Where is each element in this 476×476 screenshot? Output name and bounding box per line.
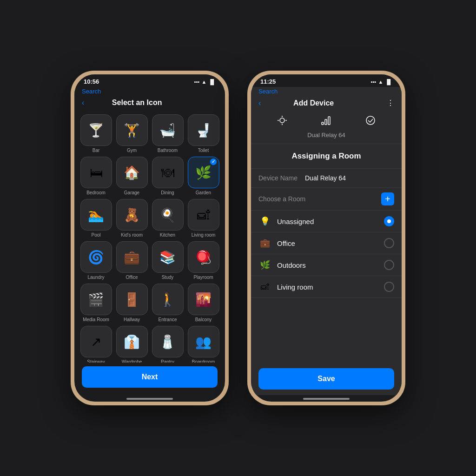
icon-box-entrance: 🚶 — [152, 284, 184, 315]
icon-item-livingroom[interactable]: 🛋Living room — [187, 199, 219, 238]
icon-item-playroom[interactable]: 🪀Playroom — [187, 241, 219, 280]
icon-item-office[interactable]: 💼Office — [116, 241, 148, 280]
scene: 10:56 ▪▪▪ ▲ ▐▌ Search ‹ Select an Icon — [0, 0, 476, 476]
icon-label-livingroom: Living room — [192, 232, 216, 238]
battery-icon: ▐▌ — [208, 79, 216, 85]
signal-bars-icon — [321, 115, 332, 126]
back-search-label-2[interactable]: Search — [258, 88, 278, 95]
room-item-livingroom[interactable]: 🛋Living room — [251, 276, 402, 298]
icon-item-bar[interactable]: 🍸Bar — [80, 114, 112, 153]
phone-1: 10:56 ▪▪▪ ▲ ▐▌ Search ‹ Select an Icon — [71, 71, 229, 405]
icon-item-kidsroom[interactable]: 🧸Kid's room — [116, 199, 148, 238]
icon-item-hallway[interactable]: 🚪Hallway — [116, 284, 148, 322]
room-icon-livingroom: 🛋 — [258, 282, 271, 292]
device-name-label: Device Name — [258, 174, 305, 182]
icon-item-bedroom[interactable]: 🛏Bedroom — [80, 157, 112, 195]
icon-label-bathroom: Bathroom — [158, 148, 178, 153]
icon-item-entrance[interactable]: 🚶Entrance — [152, 284, 184, 322]
icon-box-bedroom: 🛏 — [80, 157, 112, 188]
icon-item-toilet[interactable]: 🚽Toilet — [187, 114, 219, 153]
home-bar-1 — [126, 398, 173, 400]
radio-outdoors[interactable] — [384, 260, 394, 270]
screen-title-1: Select an Icon — [84, 99, 190, 107]
icon-label-boardroom: Boardroom — [192, 359, 215, 363]
icon-label-garden: Garden — [196, 190, 211, 195]
setup-step-2 — [321, 115, 332, 126]
icon-label-mediaroom: Media Room — [83, 317, 109, 322]
icon-label-balcony: Balcony — [195, 317, 212, 322]
setup-step-1 — [277, 115, 288, 126]
icon-box-bar: 🍸 — [80, 114, 112, 146]
icon-item-mediaroom[interactable]: 🎬Media Room — [80, 284, 112, 322]
room-name-office: Office — [277, 239, 384, 247]
room-icon-outdoors: 🌿 — [258, 260, 271, 270]
icon-item-stairway[interactable]: ↗Stairway — [80, 326, 112, 363]
next-button[interactable]: Next — [82, 366, 218, 388]
icon-item-kitchen[interactable]: 🍳Kitchen — [152, 199, 184, 238]
icon-label-stairway: Stairway — [87, 359, 105, 363]
icon-box-laundry: 🌀 — [80, 241, 112, 273]
radio-office[interactable] — [384, 238, 394, 248]
icon-item-gym[interactable]: 🏋Gym — [116, 114, 148, 153]
icon-item-wardrobe[interactable]: 👔Wardrobe — [116, 326, 148, 363]
room-item-unassigned[interactable]: 💡Unassigned — [251, 211, 402, 232]
icon-box-bathroom: 🛁 — [152, 114, 184, 146]
home-indicator-2 — [251, 395, 402, 402]
icon-item-pantry[interactable]: 🧂Pantry — [152, 326, 184, 363]
icon-item-balcony[interactable]: 🌇Balcony — [187, 284, 219, 322]
icon-label-toilet: Toilet — [198, 148, 209, 153]
icon-label-bedroom: Bedroom — [86, 190, 106, 195]
icon-label-dining: Dining — [161, 190, 174, 195]
icon-box-study: 📚 — [152, 241, 184, 273]
icon-box-balcony: 🌇 — [188, 284, 219, 315]
icon-item-garden[interactable]: 🌿Garden — [187, 157, 219, 195]
svg-rect-3 — [328, 117, 330, 125]
status-bar-2: 11:25 ▪▪▪ ▲ ▐▌ — [251, 74, 402, 87]
room-name-unassigned: Unassigned — [277, 218, 384, 225]
room-item-outdoors[interactable]: 🌿Outdoors — [251, 254, 402, 276]
radio-unassigned[interactable] — [384, 216, 394, 226]
add-room-button[interactable]: + — [381, 192, 394, 205]
time-2: 11:25 — [260, 78, 276, 85]
icon-item-boardroom[interactable]: 👥Boardroom — [187, 326, 219, 363]
back-search-label-1[interactable]: Search — [82, 88, 101, 95]
icon-box-mediaroom: 🎬 — [80, 284, 112, 315]
icon-box-toilet: 🚽 — [188, 114, 219, 146]
icon-item-study[interactable]: 📚Study — [152, 241, 184, 280]
check-circle-icon — [365, 115, 376, 126]
signal-icon-2: ▪▪▪ — [371, 79, 377, 85]
icon-label-gym: Gym — [127, 148, 137, 153]
status-bar-1: 10:56 ▪▪▪ ▲ ▐▌ — [74, 74, 225, 87]
assign-modal: Assigning a Room Device Name Dual Relay … — [251, 144, 402, 395]
icon-item-bathroom[interactable]: 🛁Bathroom — [152, 114, 184, 153]
icon-box-dining: 🍽 — [152, 157, 184, 188]
icon-box-pantry: 🧂 — [152, 326, 184, 357]
status-icons-2: ▪▪▪ ▲ ▐▌ — [371, 79, 392, 85]
time-1: 10:56 — [84, 78, 99, 85]
icon-item-garage[interactable]: 🏠Garage — [116, 157, 148, 195]
radio-livingroom[interactable] — [384, 282, 394, 292]
icon-box-hallway: 🚪 — [116, 284, 148, 315]
battery-icon-2: ▐▌ — [385, 79, 392, 85]
more-button[interactable]: ⋮ — [366, 99, 394, 107]
icon-label-pool: Pool — [91, 232, 100, 238]
room-list: 💡Unassigned💼Office🌿Outdoors🛋Living room — [251, 211, 402, 363]
save-button[interactable]: Save — [258, 368, 394, 390]
icon-item-pool[interactable]: 🏊Pool — [80, 199, 112, 238]
icon-box-wardrobe: 👔 — [116, 326, 148, 357]
icon-item-dining[interactable]: 🍽Dining — [152, 157, 184, 195]
choose-room-bar: Choose a Room + — [251, 188, 402, 211]
icon-label-kidsroom: Kid's room — [121, 232, 143, 238]
wifi-icon: ▲ — [202, 79, 207, 85]
phone-2: 11:25 ▪▪▪ ▲ ▐▌ Search ‹ Add Device ⋮ — [247, 71, 405, 405]
icon-label-playroom: Playroom — [193, 275, 213, 280]
svg-rect-1 — [322, 122, 324, 125]
icon-box-garage: 🏠 — [116, 157, 148, 188]
setup-step-3 — [365, 115, 376, 126]
icon-box-garden: 🌿 — [188, 157, 219, 188]
icon-item-laundry[interactable]: 🌀Laundry — [80, 241, 112, 280]
modal-title: Assigning a Room — [251, 144, 402, 169]
device-name-field: Device Name Dual Relay 64 — [251, 169, 402, 188]
icon-label-garage: Garage — [124, 190, 139, 195]
room-item-office[interactable]: 💼Office — [251, 232, 402, 254]
